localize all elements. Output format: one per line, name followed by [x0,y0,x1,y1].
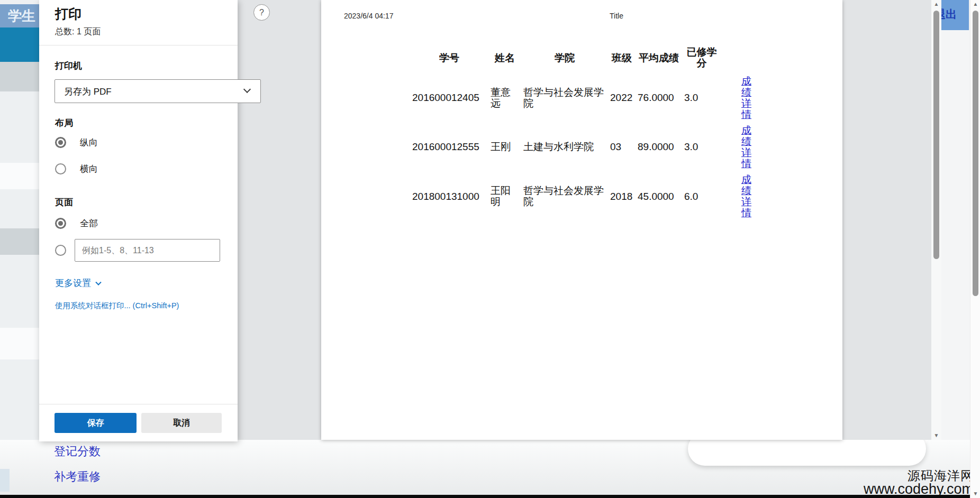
cell-student-id: 201800131000 [410,172,488,221]
table-row: 201600012405 董意远 哲学与社会发展学院 2022 76.0000 … [410,73,756,123]
col-student-id: 学号 [410,44,488,73]
divider [39,45,238,45]
bg-sidebar-stripe [0,163,39,189]
cell-name: 王阳明 [488,172,521,221]
col-name: 姓名 [488,44,521,73]
radio-unselected-icon[interactable] [55,245,66,256]
page-range-input[interactable] [75,239,220,262]
grades-header-row: 学号 姓名 学院 班级 平均成绩 已修学分 [410,44,756,73]
printer-section-label: 打印机 [55,60,82,72]
cell-class: 2018 [608,172,636,221]
cell-class: 2022 [608,73,636,123]
more-settings-label: 更多设置 [55,278,91,288]
pages-section-label: 页面 [55,196,73,208]
bg-nav-selected-bar [0,27,39,62]
bg-sidebar-stripe [0,62,39,91]
grade-detail-link[interactable]: 成绩详情 [741,76,751,121]
print-preview-pane: 2023/6/4 04:17 Title 学号 姓名 学院 班级 平均成绩 已修… [238,0,941,440]
col-avg-score: 平均成绩 [636,44,682,73]
browser-scrollbar-thumb[interactable] [973,11,978,296]
bg-sidebar-stripe [0,359,39,442]
printer-select[interactable]: 另存为 PDF [55,79,261,103]
grades-table: 学号 姓名 学院 班级 平均成绩 已修学分 201600012405 董意远 哲… [410,44,756,221]
bg-sidebar-stripe [0,255,39,328]
scroll-down-icon[interactable]: ▼ [970,490,980,498]
dialog-title: 打印 [55,5,81,23]
cell-name: 王刚 [488,123,521,172]
right-gap-strip [941,30,970,440]
radio-pages-all[interactable]: 全部 [55,217,98,229]
col-actions [721,44,756,73]
col-college: 学院 [521,44,608,73]
chevron-down-icon [95,280,101,285]
scroll-down-icon[interactable]: ▼ [931,431,941,440]
radio-selected-icon[interactable] [55,218,66,229]
logout-link[interactable]: 退出 [941,7,957,22]
browser-scrollbar[interactable]: ▲ ▼ [970,0,980,498]
cancel-button[interactable]: 取消 [141,413,222,433]
sidebar-item-makeup-retake[interactable]: 补考重修 [54,469,101,485]
preview-scrollbar[interactable]: ▲ ▼ [931,0,941,440]
watermark-line2: www.codehy.com [864,482,974,496]
cell-avg-score: 45.0000 [636,172,682,221]
screen: 学生 登记分数 补考重修 源码海洋网 www.codehy.com 2023/6… [0,0,980,498]
printer-selected-value: 另存为 PDF [64,86,112,98]
bg-sidebar-stripe [0,328,39,359]
radio-landscape[interactable]: 横向 [55,163,98,175]
divider [39,404,238,404]
print-header-title: Title [610,12,623,20]
save-button[interactable]: 保存 [55,413,137,433]
total-pages-label: 总数: 1 页面 [55,26,101,38]
preview-scrollbar-thumb[interactable] [933,11,939,259]
bottom-black-bar [0,495,974,498]
radio-portrait-label: 纵向 [80,136,98,149]
radio-portrait[interactable]: 纵向 [55,136,98,149]
help-icon[interactable]: ? [253,4,270,21]
app-title-partial: 学生 [8,7,35,25]
cell-college: 土建与水利学院 [521,123,608,172]
print-preview-page: 2023/6/4 04:17 Title 学号 姓名 学院 班级 平均成绩 已修… [321,0,842,440]
cell-credits: 3.0 [682,73,721,123]
watermark-line1: 源码海洋网 [864,469,974,482]
table-row: 201600012555 王刚 土建与水利学院 03 89.0000 3.0 成… [410,123,756,172]
layout-section-label: 布局 [55,117,73,129]
watermark: 源码海洋网 www.codehy.com [864,469,974,496]
cell-name: 董意远 [488,73,521,123]
cell-college: 哲学与社会发展学院 [521,73,608,123]
cell-credits: 3.0 [682,123,721,172]
bg-sidebar-stripe [0,189,39,228]
logout-header-fragment: 退出 [941,0,969,30]
cell-credits: 6.0 [682,172,721,221]
radio-unselected-icon[interactable] [55,163,66,174]
chevron-down-icon [243,86,251,93]
bg-bottom-left-accent [0,469,10,492]
cell-student-id: 201600012555 [410,123,488,172]
cell-avg-score: 76.0000 [636,73,682,123]
print-dialog: 打印 总数: 1 页面 ? 打印机 另存为 PDF 布局 纵向 横向 页面 全部… [39,0,238,441]
radio-pages-custom[interactable] [55,239,220,262]
bg-sidebar-stripe [0,91,39,163]
col-credits: 已修学分 [682,44,721,73]
print-header-date: 2023/6/4 04:17 [344,12,393,20]
cell-avg-score: 89.0000 [636,123,682,172]
bg-sidebar-stripe [0,228,39,255]
grade-detail-link[interactable]: 成绩详情 [741,174,751,219]
col-class: 班级 [608,44,636,73]
system-dialog-print-link[interactable]: 使用系统对话框打印... (Ctrl+Shift+P) [55,301,179,311]
table-row: 201800131000 王阳明 哲学与社会发展学院 2018 45.0000 … [410,172,756,221]
scroll-up-icon[interactable]: ▲ [970,0,980,8]
cell-student-id: 201600012405 [410,73,488,123]
sidebar-item-register-scores[interactable]: 登记分数 [54,444,101,459]
grade-detail-link[interactable]: 成绩详情 [741,125,751,170]
radio-landscape-label: 横向 [80,163,98,175]
more-settings-link[interactable]: 更多设置 [55,277,101,289]
radio-all-label: 全部 [80,217,98,229]
cell-college: 哲学与社会发展学院 [521,172,608,221]
radio-selected-icon[interactable] [55,137,66,148]
cell-class: 03 [608,123,636,172]
scroll-up-icon[interactable]: ▲ [931,0,941,8]
